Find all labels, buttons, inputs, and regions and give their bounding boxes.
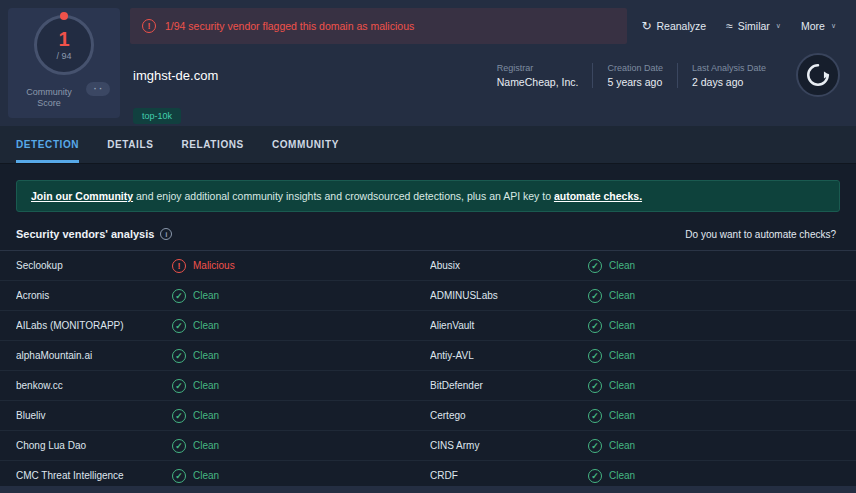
vendor-status: ✓Clean <box>588 439 856 453</box>
vendor-status: ✓Clean <box>172 319 430 333</box>
detection-panel: Join our Community and enjoy additional … <box>0 164 856 493</box>
vendor-status: ✓Clean <box>172 409 430 423</box>
alert-text: 1/94 security vendor flagged this domain… <box>165 20 414 32</box>
tab-community[interactable]: COMMUNITY <box>272 126 339 163</box>
info-icon[interactable]: i <box>160 228 172 240</box>
vendor-name: Chong Lua Dao <box>16 440 172 451</box>
score-gauge: 1 / 94 <box>34 15 94 75</box>
clean-icon: ✓ <box>172 409 186 423</box>
virustotal-logo <box>796 53 840 97</box>
status-label: Clean <box>609 260 635 271</box>
vendor-name: alphaMountain.ai <box>16 350 172 361</box>
table-row: alphaMountain.ai✓CleanAntiy-AVL✓Clean <box>0 341 856 371</box>
clean-icon: ✓ <box>172 379 186 393</box>
analysis-header: Security vendors' analysis i Do you want… <box>0 224 856 251</box>
more-label: More <box>801 20 825 32</box>
status-label: Malicious <box>193 260 235 271</box>
meta-value: 2 days ago <box>692 76 766 88</box>
vendor-status: ✓Clean <box>172 469 430 483</box>
gauge-marker-icon <box>60 12 68 20</box>
tag-top10k[interactable]: top-10k <box>133 108 181 124</box>
vendor-status: ✓Clean <box>588 319 856 333</box>
table-row: benkow.cc✓CleanBitDefender✓Clean <box>0 371 856 401</box>
clean-icon: ✓ <box>588 349 602 363</box>
votes-pill[interactable] <box>86 82 110 96</box>
status-label: Clean <box>193 410 219 421</box>
vendor-name: CRDF <box>430 470 588 481</box>
clean-icon: ✓ <box>172 439 186 453</box>
status-label: Clean <box>193 380 219 391</box>
meta-creation-date: Creation Date 5 years ago <box>592 63 677 88</box>
clean-icon: ✓ <box>588 469 602 483</box>
header-actions: ↻ Reanalyze ≈ Similar ∨ More ∨ <box>641 20 846 32</box>
automate-checks-link[interactable]: automate checks. <box>554 190 642 202</box>
meta-label: Last Analysis Date <box>692 63 766 73</box>
reanalyze-button[interactable]: ↻ Reanalyze <box>641 20 706 32</box>
report-header: 1 / 94 Community Score ! 1/94 security v… <box>0 0 856 126</box>
score-value: 1 <box>58 29 69 49</box>
clean-icon: ✓ <box>588 289 602 303</box>
section-title: Security vendors' analysis <box>16 228 154 240</box>
chevron-down-icon: ∨ <box>831 22 836 30</box>
community-banner: Join our Community and enjoy additional … <box>16 180 840 212</box>
vendor-name: CMC Threat Intelligence <box>16 470 172 481</box>
status-label: Clean <box>193 320 219 331</box>
vendor-name: Acronis <box>16 290 172 301</box>
meta-label: Creation Date <box>607 63 663 73</box>
vendor-name: benkow.cc <box>16 380 172 391</box>
vendor-status: ✓Clean <box>588 469 856 483</box>
header-alert-row: ! 1/94 security vendor flagged this doma… <box>130 8 846 44</box>
vendor-name: ADMINUSLabs <box>430 290 588 301</box>
meta-registrar: Registrar NameCheap, Inc. <box>483 63 593 88</box>
vendor-status: ✓Clean <box>588 289 856 303</box>
status-label: Clean <box>609 290 635 301</box>
clean-icon: ✓ <box>588 379 602 393</box>
automate-question[interactable]: Do you want to automate checks? <box>685 229 840 240</box>
table-row: AILabs (MONITORAPP)✓CleanAlienVault✓Clea… <box>0 311 856 341</box>
status-label: Clean <box>609 440 635 451</box>
score-total: / 94 <box>56 51 71 61</box>
vendor-status: ✓Clean <box>588 379 856 393</box>
status-label: Clean <box>193 290 219 301</box>
header-right: ! 1/94 security vendor flagged this doma… <box>130 8 846 126</box>
vendor-status: ✓Clean <box>588 259 856 273</box>
vendor-table: Seclookup!MaliciousAbusix✓CleanAcronis✓C… <box>0 251 856 491</box>
tab-detection[interactable]: DETECTION <box>16 126 79 163</box>
vendor-name: Abusix <box>430 260 588 271</box>
vendor-status: ✓Clean <box>588 409 856 423</box>
vendor-name: AILabs (MONITORAPP) <box>16 320 172 331</box>
table-row: Blueliv✓CleanCertego✓Clean <box>0 401 856 431</box>
vendor-name: Antiy-AVL <box>430 350 588 361</box>
vendor-name: CINS Army <box>430 440 588 451</box>
reanalyze-label: Reanalyze <box>657 20 707 32</box>
clean-icon: ✓ <box>172 289 186 303</box>
join-community-link[interactable]: Join our Community <box>31 190 133 202</box>
clean-icon: ✓ <box>172 349 186 363</box>
meta-label: Registrar <box>497 63 579 73</box>
virustotal-report: 1 / 94 Community Score ! 1/94 security v… <box>0 0 856 493</box>
alert-icon: ! <box>142 19 156 33</box>
meta-value: NameCheap, Inc. <box>497 76 579 88</box>
tab-details[interactable]: DETAILS <box>107 126 153 163</box>
status-label: Clean <box>193 470 219 481</box>
vendor-name: AlienVault <box>430 320 588 331</box>
community-score-card: 1 / 94 Community Score <box>8 8 120 118</box>
clean-icon: ✓ <box>588 259 602 273</box>
tab-relations[interactable]: RELATIONS <box>181 126 243 163</box>
domain-row: imghst-de.com Registrar NameCheap, Inc. … <box>130 53 846 97</box>
status-label: Clean <box>609 380 635 391</box>
vendor-name: BitDefender <box>430 380 588 391</box>
similar-label: Similar <box>738 20 770 32</box>
similar-button[interactable]: ≈ Similar ∨ <box>726 20 781 32</box>
vendor-status: ✓Clean <box>588 349 856 363</box>
vendor-status: !Malicious <box>172 259 430 273</box>
clean-icon: ✓ <box>588 319 602 333</box>
score-label: Community Score <box>14 87 84 110</box>
chevron-down-icon: ∨ <box>776 22 781 30</box>
status-label: Clean <box>609 320 635 331</box>
community-banner-text: and enjoy additional community insights … <box>133 190 554 202</box>
more-button[interactable]: More ∨ <box>801 20 836 32</box>
tag-row: top-10k <box>130 105 846 124</box>
similar-icon: ≈ <box>726 20 733 32</box>
table-row: Seclookup!MaliciousAbusix✓Clean <box>0 251 856 281</box>
